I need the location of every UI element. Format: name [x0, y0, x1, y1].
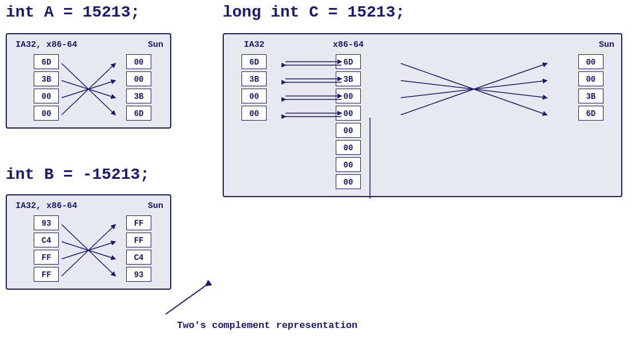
twos-complement-label: Two's complement representation [177, 320, 357, 331]
int-b-left-cell-3: FF [34, 267, 59, 282]
int-a-left-cell-1: 3B [34, 71, 59, 86]
long-c-ia32-header: IA32 [244, 40, 264, 50]
long-c-mid-4: 00 [336, 123, 361, 138]
int-a-right-cell-1: 00 [126, 71, 151, 86]
int-a-left-header: IA32, x86-64 [15, 40, 77, 50]
long-c-left-2: 00 [242, 89, 267, 103]
int-a-left-cell-3: 00 [34, 106, 59, 121]
long-c-mid-7: 00 [336, 174, 361, 189]
int-a-left-cell-0: 6D [34, 54, 59, 69]
int-b-label: int B = -15213; [6, 166, 150, 183]
int-a-right-header: Sun [114, 40, 163, 50]
int-a-right-cell-0: 00 [126, 54, 151, 69]
int-b-right-cell-0: FF [126, 215, 151, 230]
int-b-right-header: Sun [114, 201, 163, 211]
twos-complement-arrow [160, 280, 285, 326]
long-c-left-0: 6D [242, 54, 267, 69]
int-b-right-cell-3: 93 [126, 267, 151, 282]
long-int-c-label: long int C = 15213; [223, 3, 405, 21]
int-b-diagram: IA32, x86-64 93 C4 FF FF Sun FF FF C4 93 [6, 194, 171, 290]
long-c-sun-header: Sun [567, 40, 614, 50]
int-b-left-header: IA32, x86-64 [15, 201, 77, 211]
long-c-x86-header: x86-64 [333, 40, 364, 50]
int-b-left-cell-0: 93 [34, 215, 59, 230]
long-c-mid-2: 00 [336, 89, 361, 103]
long-c-left-1: 3B [242, 71, 267, 86]
int-b-left-cell-1: C4 [34, 233, 59, 247]
int-b-right-cell-2: C4 [126, 250, 151, 265]
int-b-left-cell-2: FF [34, 250, 59, 265]
long-c-right-0: 00 [578, 54, 603, 69]
long-c-mid-3: 00 [336, 106, 361, 121]
int-a-right-cell-3: 6D [126, 106, 151, 121]
long-c-mid-1: 3B [336, 71, 361, 86]
int-b-right-cell-1: FF [126, 233, 151, 247]
long-c-right-2: 3B [578, 89, 603, 103]
long-c-mid-6: 00 [336, 157, 361, 172]
long-c-left-3: 00 [242, 106, 267, 121]
long-c-mid-0: 6D [336, 54, 361, 69]
long-c-right-3: 6D [578, 106, 603, 121]
int-a-right-cell-2: 3B [126, 89, 151, 103]
int-a-left-cell-2: 00 [34, 89, 59, 103]
svg-line-8 [166, 286, 206, 314]
int-a-label: int A = 15213; [6, 3, 140, 21]
int-a-diagram: IA32, x86-64 6D 3B 00 00 Sun 00 00 3B 6D [6, 33, 171, 129]
long-c-right-1: 00 [578, 71, 603, 86]
long-c-mid-5: 00 [336, 140, 361, 155]
long-int-c-diagram: IA32 6D 3B 00 00 x86-64 6D 3B 00 00 00 0… [223, 33, 622, 197]
